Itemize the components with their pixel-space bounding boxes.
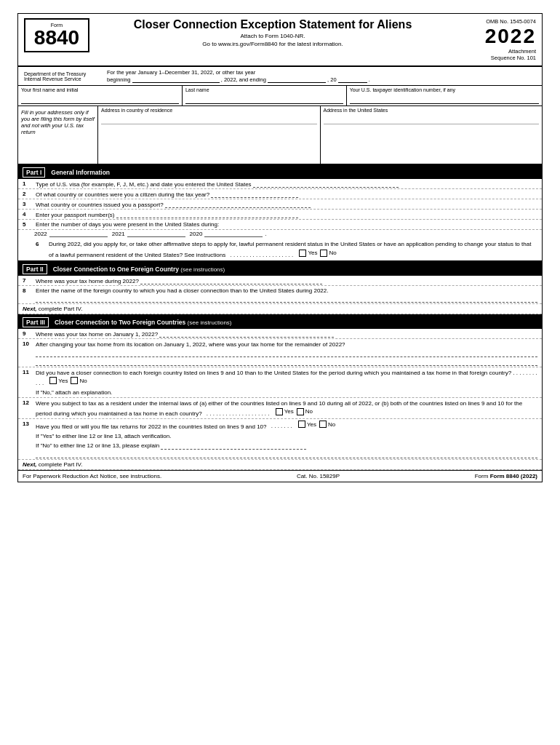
header-right: OMB No. 1545-0074 2022 Attachment Sequen… <box>456 18 536 61</box>
days-2022-blank[interactable] <box>49 230 108 237</box>
main-title: Closer Connection Exception Statement fo… <box>97 18 449 31</box>
part2-title: Closer Connection to One Foreign Country… <box>53 266 225 273</box>
first-name-cell: Your first name and initial <box>18 86 183 105</box>
last-name-cell: Last name <box>183 86 347 105</box>
line13-checkboxes: Yes No <box>298 421 335 429</box>
line10-number: 10 <box>23 340 36 347</box>
days-2022: 2022 <box>34 230 108 237</box>
line12-yes-checkbox[interactable] <box>276 408 283 415</box>
line8-number: 8 <box>23 287 36 294</box>
line10-field-2[interactable] <box>36 359 537 366</box>
paperwork-notice: For Paperwork Reduction Act Notice, see … <box>23 473 161 479</box>
line3-number: 3 <box>23 201 36 207</box>
line2-text: Of what country or countries were you a … <box>36 191 537 198</box>
line12-row: 12 Were you subject to tax as a resident… <box>18 398 542 419</box>
address-country: Address in country of residence <box>98 106 321 164</box>
taxpayer-id-field[interactable] <box>350 94 539 104</box>
line6-text: During 2022, did you apply for, or take … <box>49 240 537 260</box>
line13-number: 13 <box>23 421 36 427</box>
part3-title: Closer Connection to Two Foreign Countri… <box>55 319 232 326</box>
line10-row: 10 After changing your tax home from its… <box>18 339 542 367</box>
part1-title: General Information <box>51 169 110 176</box>
line6-row: 6 During 2022, did you apply for, or tak… <box>36 240 537 260</box>
line11-no: No <box>71 377 87 385</box>
line8-field[interactable] <box>36 295 537 303</box>
line1-number: 1 <box>23 180 36 187</box>
dept-info: Department of the Treasury Internal Reve… <box>24 71 104 81</box>
days-2020-blank[interactable] <box>204 230 263 237</box>
address-us: Address in the United States <box>321 106 543 164</box>
line11-text: Did you have a closer connection to each… <box>36 369 537 397</box>
line13-yes-checkbox[interactable] <box>298 421 305 428</box>
line6-yes: Yes <box>299 249 317 258</box>
part3-label: Part III <box>23 317 49 327</box>
line13-row: 13 Have you filed or will you file tax r… <box>18 419 542 460</box>
next1: Next, complete Part IV. <box>18 304 542 314</box>
days-row: 2022 2021 2020 . <box>18 230 542 239</box>
header-section: Form 8840 Closer Connection Exception St… <box>18 14 542 67</box>
line10-field-1[interactable] <box>36 350 537 357</box>
line11-no-checkbox[interactable] <box>71 377 78 384</box>
line2-row: 2 Of what country or countries were you … <box>18 189 542 199</box>
line7-number: 7 <box>23 277 36 284</box>
line6-number: 6 <box>36 240 46 249</box>
days-2021: 2021 <box>112 230 185 237</box>
line4-number: 4 <box>23 211 36 218</box>
line6-no: No <box>320 249 336 258</box>
line2-number: 2 <box>23 191 36 197</box>
line6-block: 6 During 2022, did you apply for, or tak… <box>18 239 542 261</box>
line9-number: 9 <box>23 330 36 337</box>
address-country-field[interactable] <box>101 116 317 124</box>
form-container: Form 8840 Closer Connection Exception St… <box>17 13 543 482</box>
header-center: Closer Connection Exception Statement fo… <box>97 18 449 47</box>
line13-no: No <box>319 421 335 429</box>
line1-row: 1 Type of U.S. visa (for example, F, J, … <box>18 179 542 189</box>
part1-label: Part I <box>23 167 45 178</box>
line13-no-checkbox[interactable] <box>319 421 327 428</box>
line4-text: Enter your passport number(s) <box>36 211 537 218</box>
line13-ifno-row: If "No" to either line 12 or line 13, pl… <box>36 442 537 450</box>
part3-header: Part III Closer Connection to Two Foreig… <box>18 314 542 329</box>
line10-text: After changing your tax home from its lo… <box>36 340 537 366</box>
line5-text: Enter the number of days you were presen… <box>36 221 537 228</box>
line8-row: 8 Enter the name of the foreign country … <box>18 286 542 304</box>
cat-number: Cat. No. 15829P <box>297 473 340 479</box>
line12-number: 12 <box>23 399 36 406</box>
line12-no: No <box>297 407 313 415</box>
year-box: 2022 <box>485 25 536 48</box>
days-2020: 2020 . <box>190 230 267 237</box>
part2-header: Part II Closer Connection to One Foreign… <box>18 261 542 276</box>
last-name-field[interactable] <box>185 94 343 104</box>
taxpayer-id-cell: Your U.S. taxpayer identification number… <box>347 86 542 105</box>
attach-line: Attach to Form 1040-NR. <box>97 33 449 39</box>
line13-yes: Yes <box>298 421 316 429</box>
line8-text: Enter the name of the foreign country to… <box>36 287 537 303</box>
line13-text: Have you filed or will you file tax retu… <box>36 421 537 458</box>
tax-year-row: Department of the Treasury Internal Reve… <box>18 67 542 86</box>
line3-text: What country or countries issued you a p… <box>36 201 537 208</box>
name-row: Your first name and initial Last name Yo… <box>18 86 542 106</box>
line13-explain-field[interactable] <box>36 451 537 458</box>
line12-no-checkbox[interactable] <box>297 408 304 415</box>
form-footer: Form Form 8840 (2022) <box>475 473 537 479</box>
line12-text: Were you subject to tax as a resident un… <box>36 399 537 418</box>
line6-no-checkbox[interactable] <box>320 250 327 257</box>
line11-number: 11 <box>23 369 36 375</box>
line5-number: 5 <box>23 221 36 228</box>
line1-text: Type of U.S. visa (for example, F, J, M,… <box>36 180 537 188</box>
form-number: 8840 <box>34 28 79 48</box>
days-2021-blank[interactable] <box>127 230 185 237</box>
line5-row: 5 Enter the number of days you were pres… <box>18 220 542 230</box>
line6-yes-checkbox[interactable] <box>299 250 306 257</box>
line11-yes-checkbox[interactable] <box>49 377 57 384</box>
part2-label: Part II <box>23 264 47 274</box>
line9-row: 9 Where was your tax home on January 1, … <box>18 329 542 339</box>
line6-checkboxes: Yes No <box>299 249 336 258</box>
line12-checkboxes: Yes No <box>276 407 313 415</box>
line9-text: Where was your tax home on January 1, 20… <box>36 330 537 338</box>
line4-row: 4 Enter your passport number(s) <box>18 210 542 220</box>
line7-row: 7 Where was your tax home during 2022? <box>18 276 542 286</box>
address-us-field[interactable] <box>324 116 540 124</box>
first-name-field[interactable] <box>21 94 179 104</box>
line3-row: 3 What country or countries issued you a… <box>18 199 542 210</box>
